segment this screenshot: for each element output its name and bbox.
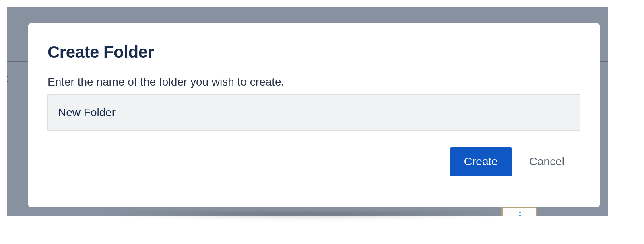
cancel-button[interactable]: Cancel — [525, 147, 568, 176]
background-overlay: oo: Create Folder Enter the name of the … — [7, 7, 608, 216]
background-dotted-line — [519, 212, 521, 216]
dialog-title: Create Folder — [47, 43, 580, 62]
background-text-fragment: oo: — [7, 72, 9, 85]
create-folder-dialog: Create Folder Enter the name of the fold… — [28, 23, 600, 207]
dialog-instruction: Enter the name of the folder you wish to… — [47, 76, 580, 88]
folder-name-input[interactable] — [47, 94, 580, 131]
create-button[interactable]: Create — [450, 147, 512, 176]
dialog-button-row: Create Cancel — [47, 147, 580, 176]
